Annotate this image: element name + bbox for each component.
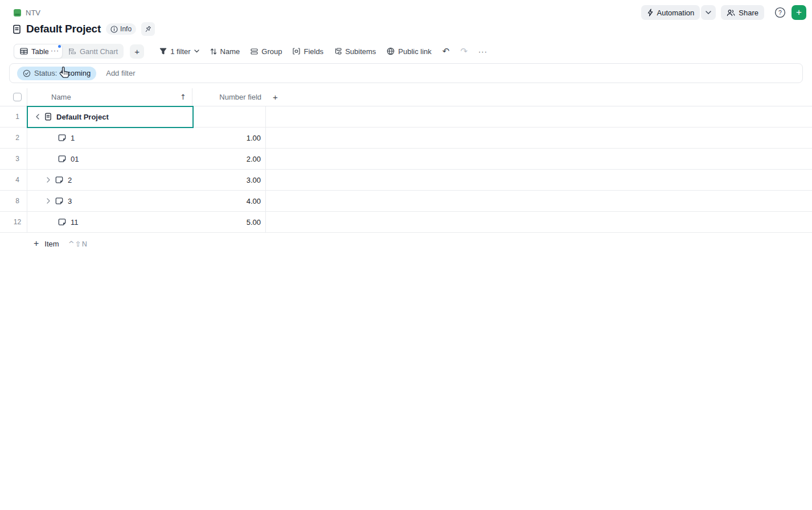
view-toolbar: Table ··· Gantt Chart + 1 filter Name Gr… xyxy=(14,44,798,59)
name-cell[interactable]: 2 xyxy=(27,170,192,190)
table-row[interactable]: 4 2 3.00 xyxy=(0,170,812,191)
gantt-icon xyxy=(68,48,76,55)
row-number[interactable]: 8 xyxy=(0,191,27,211)
plus-icon: + xyxy=(273,92,278,102)
row-number[interactable]: 4 xyxy=(0,170,27,190)
number-cell[interactable]: 5.00 xyxy=(192,212,266,232)
tab-gantt-view[interactable]: Gantt Chart xyxy=(63,44,124,59)
tab-more-button[interactable]: ··· xyxy=(51,47,59,55)
select-all-checkbox[interactable] xyxy=(13,93,22,101)
row-number[interactable]: 12 xyxy=(0,212,27,232)
plus-icon: + xyxy=(34,239,39,248)
name-cell[interactable]: 1 xyxy=(27,128,192,148)
active-filter-bar: Status: Incoming Add filter xyxy=(9,63,803,83)
expand-chevron-icon[interactable] xyxy=(47,198,51,204)
chevron-down-icon xyxy=(706,11,711,14)
group-button[interactable]: Group xyxy=(251,47,282,56)
svg-text:?: ? xyxy=(778,9,782,16)
base-icon xyxy=(13,24,21,35)
filter-field-label: Status: xyxy=(34,69,57,77)
table-row[interactable]: 8 3 4.00 xyxy=(0,191,812,212)
add-filter-button[interactable]: Add filter xyxy=(106,69,135,77)
info-button[interactable]: Info xyxy=(106,23,136,35)
info-icon xyxy=(110,26,118,33)
redo-button[interactable]: ↷ xyxy=(460,46,467,56)
row-number[interactable]: 3 xyxy=(0,149,27,169)
number-cell[interactable]: 1.00 xyxy=(192,128,266,148)
sort-arrows-icon xyxy=(210,48,217,55)
item-name: Default Project xyxy=(56,113,109,121)
table-row[interactable]: 2 1 1.00 xyxy=(0,128,812,149)
automation-label: Automation xyxy=(657,9,695,17)
tab-table-view[interactable]: Table ··· xyxy=(14,44,63,59)
table-row[interactable]: 12 11 5.00 xyxy=(0,212,812,233)
public-link-button[interactable]: Public link xyxy=(387,47,432,56)
add-view-button[interactable]: + xyxy=(130,44,144,59)
automation-button[interactable]: Automation xyxy=(641,5,700,20)
plus-icon: + xyxy=(796,7,802,18)
sort-button[interactable]: Name xyxy=(210,47,240,56)
fields-icon xyxy=(293,48,300,55)
sort-asc-icon: ↑ xyxy=(180,93,186,101)
table-row[interactable]: 1 Default Project xyxy=(0,106,812,128)
subitems-button[interactable]: Subitems xyxy=(334,47,376,56)
number-cell[interactable]: 3.00 xyxy=(192,170,266,190)
table-row[interactable]: 3 01 2.00 xyxy=(0,149,812,170)
row-number[interactable]: 2 xyxy=(0,128,27,148)
name-cell[interactable]: 11 xyxy=(27,212,192,232)
funnel-icon xyxy=(159,48,167,55)
filter-button[interactable]: 1 filter xyxy=(159,47,199,56)
filter-label: 1 filter xyxy=(170,47,190,56)
toolbar-more-button[interactable]: ··· xyxy=(478,47,487,56)
item-icon xyxy=(55,176,63,184)
share-button[interactable]: Share xyxy=(721,5,764,20)
add-field-button[interactable]: + xyxy=(273,88,278,106)
data-grid: Name ↑ Number field + 1 Default Project … xyxy=(0,88,812,254)
toolbar-actions: 1 filter Name Group Fields Subitems Publ… xyxy=(159,46,487,56)
column-number-label: Number field xyxy=(219,93,261,101)
lightning-icon xyxy=(647,9,654,17)
project-icon xyxy=(44,112,52,121)
create-new-button[interactable]: + xyxy=(792,5,806,20)
tab-gantt-label: Gantt Chart xyxy=(80,47,118,56)
page-title: Default Project xyxy=(26,23,101,35)
fields-button[interactable]: Fields xyxy=(293,47,323,56)
subitems-label: Subitems xyxy=(345,47,376,56)
item-icon xyxy=(58,218,66,226)
pin-button[interactable] xyxy=(141,22,155,36)
item-name: 1 xyxy=(71,134,75,142)
name-cell[interactable]: 01 xyxy=(27,149,192,169)
number-cell[interactable] xyxy=(192,106,266,127)
help-button[interactable]: ? xyxy=(773,6,787,19)
item-icon xyxy=(55,197,63,205)
name-cell[interactable]: 3 xyxy=(27,191,192,211)
add-item-row[interactable]: + Item ^⇧N xyxy=(0,233,812,254)
column-header-name[interactable]: Name ↑ xyxy=(27,88,192,106)
fields-label: Fields xyxy=(304,47,323,56)
add-item-label: Item xyxy=(44,240,59,248)
row-number[interactable]: 1 xyxy=(0,106,27,127)
pin-icon xyxy=(142,23,154,35)
column-header-number-field[interactable]: Number field xyxy=(192,88,266,106)
item-name: 3 xyxy=(68,197,72,205)
item-icon xyxy=(58,134,66,142)
name-cell[interactable]: Default Project xyxy=(27,106,192,127)
expand-chevron-icon[interactable] xyxy=(47,177,51,183)
chevron-down-icon xyxy=(194,50,199,53)
undo-button[interactable]: ↶ xyxy=(442,46,450,56)
automation-dropdown-caret[interactable] xyxy=(701,5,716,20)
top-bar: NTV Automation Share ? + xyxy=(14,5,806,20)
table-icon xyxy=(20,48,28,55)
filter-chip-status[interactable]: Status: Incoming xyxy=(17,67,96,80)
number-cell[interactable]: 4.00 xyxy=(192,191,266,211)
group-label: Group xyxy=(261,47,282,56)
number-cell[interactable]: 2.00 xyxy=(192,149,266,169)
help-icon: ? xyxy=(774,7,786,18)
workspace-switcher[interactable]: NTV xyxy=(14,9,40,17)
group-icon xyxy=(251,48,258,55)
mouse-cursor xyxy=(59,65,71,79)
sort-label: Name xyxy=(220,47,240,56)
collapse-chevron-icon[interactable] xyxy=(35,114,40,120)
item-icon xyxy=(58,155,66,163)
plus-icon: + xyxy=(134,47,140,56)
